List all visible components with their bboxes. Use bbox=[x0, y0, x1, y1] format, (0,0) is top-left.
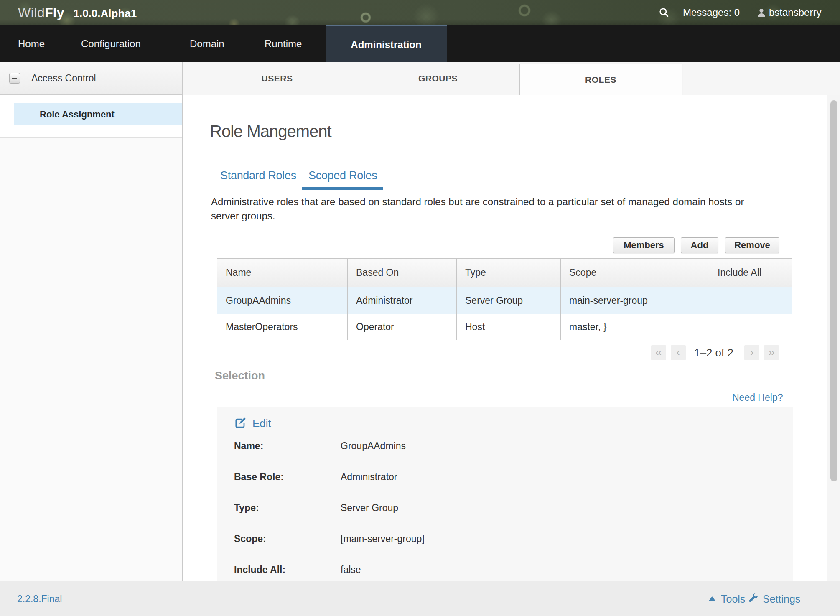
pagination-label: 1–2 of 2 bbox=[687, 345, 740, 360]
cell-name: GroupAAdmins bbox=[217, 287, 348, 314]
roles-table: Name Based On Type Scope Include All Gro… bbox=[217, 258, 792, 340]
tab-divider bbox=[349, 62, 349, 95]
field-label: Scope: bbox=[234, 523, 266, 554]
footer: 2.2.8.Final Tools Settings bbox=[0, 581, 840, 616]
column-header-include-all: Include All bbox=[709, 259, 792, 287]
footer-version-link[interactable]: 2.2.8.Final bbox=[17, 581, 62, 616]
field-value: false bbox=[341, 554, 361, 585]
tools-label: Tools bbox=[721, 593, 745, 605]
cell-type: Host bbox=[457, 314, 561, 340]
brand-wild: Wild bbox=[18, 5, 45, 20]
cell-scope: main-server-group bbox=[561, 287, 709, 314]
need-help-link[interactable]: Need Help? bbox=[732, 392, 783, 403]
field-row-name: Name: GroupAAdmins bbox=[217, 430, 793, 461]
app-header: WildFly1.0.0.Alpha1 Messages: 0 bstansbe… bbox=[0, 0, 840, 25]
wildfly-logo: WildFly1.0.0.Alpha1 bbox=[18, 0, 137, 25]
field-value: GroupAAdmins bbox=[341, 430, 406, 461]
field-row-scope: Scope: [main-server-group] bbox=[217, 523, 793, 554]
subtab-scoped-roles[interactable]: Scoped Roles bbox=[308, 169, 377, 182]
vertical-scrollbar[interactable] bbox=[827, 95, 840, 581]
search-icon[interactable] bbox=[659, 7, 669, 20]
subtab-standard-roles[interactable]: Standard Roles bbox=[220, 169, 296, 182]
footer-tools-link[interactable]: Tools bbox=[708, 581, 745, 616]
cell-scope: master, } bbox=[561, 314, 709, 340]
subtab-active-underline bbox=[302, 187, 383, 190]
edit-label: Edit bbox=[252, 417, 271, 430]
table-row[interactable]: MasterOperators Operator Host master, } bbox=[217, 314, 792, 340]
subtab-baseline bbox=[209, 189, 802, 189]
column-header-scope: Scope bbox=[561, 259, 709, 287]
nav-item-administration[interactable]: Administration bbox=[326, 25, 447, 62]
triangle-up-icon bbox=[708, 596, 716, 601]
column-header-based-on: Based On bbox=[348, 259, 457, 287]
sidebar: Access Control Role Assignment bbox=[0, 62, 183, 581]
nav-item-home[interactable]: Home bbox=[18, 25, 45, 62]
cell-type: Server Group bbox=[457, 287, 561, 314]
field-row-type: Type: Server Group bbox=[217, 492, 793, 523]
pagination-next-button[interactable]: › bbox=[744, 345, 759, 360]
sidebar-section-body: Role Assignment bbox=[0, 95, 182, 138]
pagination-prev-button[interactable]: ‹ bbox=[671, 345, 686, 360]
edit-pencil-icon bbox=[234, 416, 247, 431]
field-label: Base Role: bbox=[234, 461, 284, 492]
wrench-icon bbox=[747, 593, 759, 605]
sidebar-empty-area bbox=[0, 138, 182, 581]
messages-indicator[interactable]: Messages: 0 bbox=[683, 0, 740, 25]
edit-link[interactable]: Edit bbox=[234, 416, 271, 430]
user-icon bbox=[756, 8, 766, 19]
remove-button[interactable]: Remove bbox=[725, 237, 779, 253]
page-title: Role Mangement bbox=[210, 122, 331, 141]
cell-name: MasterOperators bbox=[217, 314, 348, 340]
field-value: Administrator bbox=[341, 461, 397, 492]
field-value: Server Group bbox=[341, 492, 398, 523]
tab-users[interactable]: USERS bbox=[262, 62, 293, 95]
field-row-include-all: Include All: false bbox=[217, 554, 793, 581]
footer-settings-link[interactable]: Settings bbox=[747, 581, 800, 616]
sidebar-item-role-assignment[interactable]: Role Assignment bbox=[14, 103, 182, 125]
selection-panel: Edit Name: GroupAAdmins Base Role: Admin… bbox=[217, 407, 793, 581]
collapse-icon[interactable] bbox=[9, 73, 20, 84]
column-header-type: Type bbox=[457, 259, 561, 287]
main-content: Role Mangement Standard Roles Scoped Rol… bbox=[183, 95, 840, 581]
tab-roles[interactable]: ROLES bbox=[519, 64, 682, 96]
add-button[interactable]: Add bbox=[681, 237, 718, 253]
brand-fly: Fly bbox=[45, 5, 64, 20]
pagination-last-button[interactable]: » bbox=[764, 345, 779, 360]
cell-include-all bbox=[709, 287, 792, 314]
field-label: Include All: bbox=[234, 554, 285, 585]
field-row-base-role: Base Role: Administrator bbox=[217, 461, 793, 492]
table-header-row: Name Based On Type Scope Include All bbox=[217, 259, 792, 287]
field-value: [main-server-group] bbox=[341, 523, 425, 554]
sidebar-section-access-control[interactable]: Access Control bbox=[0, 62, 182, 95]
settings-label: Settings bbox=[763, 593, 800, 605]
column-header-name: Name bbox=[217, 259, 348, 287]
username-menu[interactable]: bstansberry bbox=[769, 0, 821, 25]
nav-item-domain[interactable]: Domain bbox=[190, 25, 224, 62]
admin-tab-strip: USERS GROUPS ROLES bbox=[183, 62, 840, 95]
field-label: Type: bbox=[234, 492, 259, 523]
page-description: Administrative roles that are based on s… bbox=[211, 195, 773, 223]
field-label: Name: bbox=[234, 430, 263, 461]
selection-heading: Selection bbox=[215, 369, 265, 382]
main-navbar: Home Configuration Domain Runtime Admini… bbox=[0, 25, 840, 62]
cell-based-on: Operator bbox=[348, 314, 457, 340]
cell-include-all bbox=[709, 314, 792, 340]
tab-groups[interactable]: GROUPS bbox=[418, 62, 458, 95]
scrollbar-thumb[interactable] bbox=[830, 100, 837, 481]
product-version: 1.0.0.Alpha1 bbox=[73, 7, 137, 20]
nav-item-configuration[interactable]: Configuration bbox=[81, 25, 141, 62]
pagination-first-button[interactable]: « bbox=[651, 345, 666, 360]
members-button[interactable]: Members bbox=[613, 237, 675, 253]
sidebar-section-title: Access Control bbox=[31, 62, 96, 95]
cell-based-on: Administrator bbox=[348, 287, 457, 314]
table-row[interactable]: GroupAAdmins Administrator Server Group … bbox=[217, 287, 792, 314]
nav-item-runtime[interactable]: Runtime bbox=[265, 25, 302, 62]
